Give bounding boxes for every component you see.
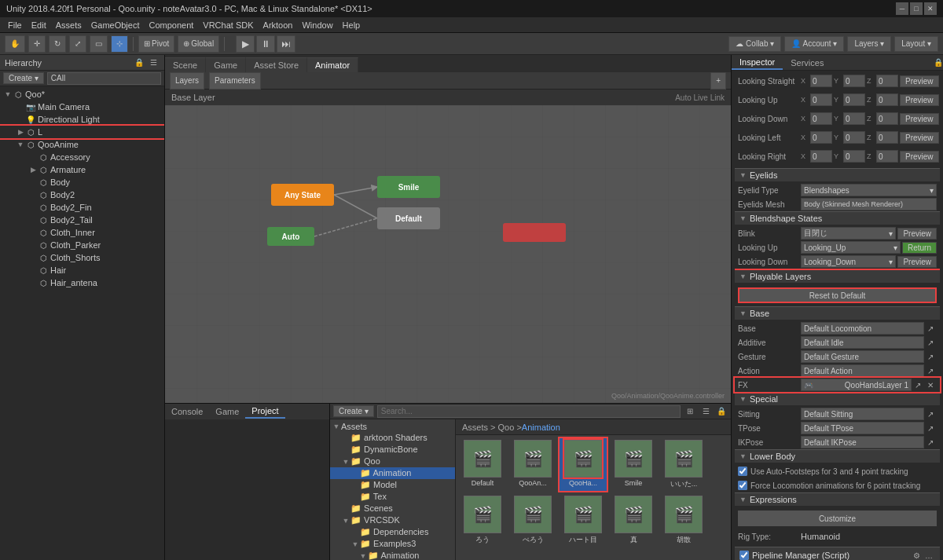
lr-y[interactable] (843, 150, 865, 163)
lu-z[interactable] (876, 93, 898, 106)
ll-z[interactable] (876, 131, 898, 144)
lu-preview-btn[interactable]: Preview (900, 94, 939, 106)
pt-tex[interactable]: 📁 Tex (330, 491, 455, 503)
lu-x[interactable] (810, 93, 832, 106)
action-dropdown[interactable]: Default Action (801, 364, 924, 377)
lr-z[interactable] (876, 150, 898, 163)
pipeline-settings-btn[interactable]: ⚙ (910, 549, 923, 560)
tab-inspector[interactable]: Inspector (732, 56, 783, 70)
tree-item-l[interactable]: ▶ ⬡ L (0, 126, 164, 138)
eyelids-header[interactable]: ▼ Eyelids (735, 168, 940, 181)
eyelid-type-dropdown[interactable]: Blendshapes▾ (801, 184, 937, 196)
tree-item-dir-light[interactable]: 💡 Directional Light (0, 113, 164, 126)
project-icon-size-btn[interactable]: ⊞ (684, 405, 696, 418)
base-edit-btn[interactable]: ↗ (924, 322, 937, 335)
tree-item-qooanime[interactable]: ▼ ⬡ QooAnime (0, 138, 164, 151)
menu-arktoon[interactable]: Arktoon (259, 19, 298, 31)
sitting-edit-btn[interactable]: ↗ (924, 408, 937, 420)
gesture-edit-btn[interactable]: ↗ (924, 350, 937, 363)
hand-tool[interactable]: ✋ (5, 35, 25, 53)
asset-perou[interactable]: 🎬 ぺろう (509, 494, 556, 547)
menu-gameobject[interactable]: GameObject (86, 19, 145, 31)
asset-heart[interactable]: 🎬 ハート目 (560, 494, 607, 547)
pt-ex-animation[interactable]: ▼📁 Animation (330, 550, 455, 560)
ikpose-dropdown[interactable]: Default IKPose (801, 436, 924, 448)
close-btn[interactable]: ✕ (924, 2, 937, 15)
menu-assets[interactable]: Assets (51, 19, 86, 31)
menu-window[interactable]: Window (297, 19, 337, 31)
tree-item-armature[interactable]: ▶ ⬡ Armature (0, 163, 164, 176)
tree-item-cloth-inner[interactable]: ⬡ Cloth_Inner (0, 226, 164, 239)
hierarchy-lock-btn[interactable]: 🔒 (133, 57, 145, 69)
layout-btn[interactable]: Layout ▾ (894, 36, 938, 52)
fx-edit-btn[interactable]: ↗ (912, 379, 924, 391)
console-tab-console[interactable]: Console (165, 405, 209, 418)
menu-vrchat-sdk[interactable]: VRChat SDK (198, 19, 258, 31)
tab-scene[interactable]: Scene (165, 57, 206, 72)
lower-body-header[interactable]: ▼ Lower Body (735, 449, 940, 463)
tree-item-cloth-shorts[interactable]: ⬡ Cloth_Shorts (0, 251, 164, 264)
ls-preview-btn[interactable]: Preview (900, 75, 939, 87)
console-tab-project[interactable]: Project (245, 404, 284, 419)
collab-btn[interactable]: ☁ Collab ▾ (728, 36, 781, 52)
menu-help[interactable]: Help (338, 19, 365, 31)
add-state-btn[interactable]: + (710, 72, 726, 90)
pt-arktoon[interactable]: 📁 arktoon Shaders (330, 432, 455, 444)
window-controls[interactable]: ─ □ ✕ (896, 2, 937, 15)
playable-layers-header[interactable]: ▼ Playable Layers (735, 269, 940, 283)
pivot-btn[interactable]: ⊞ Pivot (138, 35, 174, 53)
tab-game[interactable]: Game (206, 57, 246, 72)
auto-footsteps-check[interactable] (738, 467, 747, 476)
play-btn[interactable]: ▶ (236, 35, 255, 53)
menu-component[interactable]: Component (144, 19, 198, 31)
ll-preview-btn[interactable]: Preview (900, 132, 939, 144)
lu-y[interactable] (843, 93, 865, 106)
menu-edit[interactable]: Edit (27, 19, 51, 31)
animator-scene-canvas[interactable]: Any State Smile Default Auto Qoo/Animati… (165, 105, 731, 403)
gesture-dropdown[interactable]: Default Gesture (801, 350, 924, 363)
console-tab-game[interactable]: Game (209, 405, 245, 418)
sitting-dropdown[interactable]: Default Sitting (801, 408, 924, 420)
action-edit-btn[interactable]: ↗ (924, 364, 937, 377)
pt-assets[interactable]: ▼ Assets (330, 421, 455, 432)
ikpose-edit-btn[interactable]: ↗ (924, 436, 937, 448)
ld-z[interactable] (876, 112, 898, 125)
any-state-node[interactable]: Any State (271, 184, 334, 206)
tab-animator[interactable]: Animator (307, 57, 358, 72)
maximize-btn[interactable]: □ (910, 2, 923, 15)
blink-dropdown[interactable]: 目閉じ▾ (801, 227, 896, 240)
rotate-tool[interactable]: ↻ (49, 35, 66, 53)
ld-x[interactable] (810, 112, 832, 125)
special-section-header[interactable]: ▼ Special (735, 392, 940, 405)
pt-vrcsdk[interactable]: ▼📁 VRCSDK (330, 514, 455, 526)
asset-rou[interactable]: 🎬 ろう (459, 494, 506, 547)
tree-item-body[interactable]: ⬡ Body (0, 176, 164, 188)
layers-btn[interactable]: Layers ▾ (847, 36, 891, 52)
eye-looking-up-dropdown[interactable]: Looking_Up▾ (801, 241, 901, 254)
additive-edit-btn[interactable]: ↗ (924, 336, 937, 349)
asset-qooan[interactable]: 🎬 QooAn... (509, 438, 556, 491)
eyelid-mesh-field[interactable]: Body (Skinned Mesh Renderer) (801, 198, 937, 210)
parameters-tab-btn[interactable]: Parameters (209, 72, 261, 90)
tree-item-cloth-parker[interactable]: ⬡ Cloth_Parker (0, 239, 164, 251)
tree-item-body2fin[interactable]: ⬡ Body2_Fin (0, 201, 164, 214)
space-btn[interactable]: ⊕ Global (178, 35, 219, 53)
blendshape-states-header[interactable]: ▼ Blendshape States (735, 211, 940, 225)
asset-smile[interactable]: 🎬 Smile (610, 438, 657, 491)
project-list-btn[interactable]: ☰ (699, 405, 712, 418)
pipeline-header[interactable]: Pipeline Manager (Script) ⚙ … (735, 547, 940, 560)
ll-x[interactable] (810, 131, 832, 144)
fx-clear-btn[interactable]: ✕ (924, 379, 937, 391)
hierarchy-menu-btn[interactable]: ☰ (147, 57, 160, 69)
pipeline-check[interactable] (739, 551, 749, 560)
pt-scenes[interactable]: 📁 Scenes (330, 503, 455, 514)
hierarchy-create-btn[interactable]: Create ▾ (3, 72, 44, 84)
force-locomotion-check[interactable] (738, 481, 747, 490)
eye-looking-down-dropdown[interactable]: Looking_Down▾ (801, 255, 896, 268)
ls-z[interactable] (876, 75, 898, 87)
ls-x[interactable] (810, 75, 832, 87)
tab-asset-store[interactable]: Asset Store (246, 57, 307, 72)
tab-services[interactable]: Services (783, 57, 831, 69)
asset-default[interactable]: 🎬 Default (459, 438, 506, 491)
expressions-header[interactable]: ▼ Expressions (735, 492, 940, 506)
